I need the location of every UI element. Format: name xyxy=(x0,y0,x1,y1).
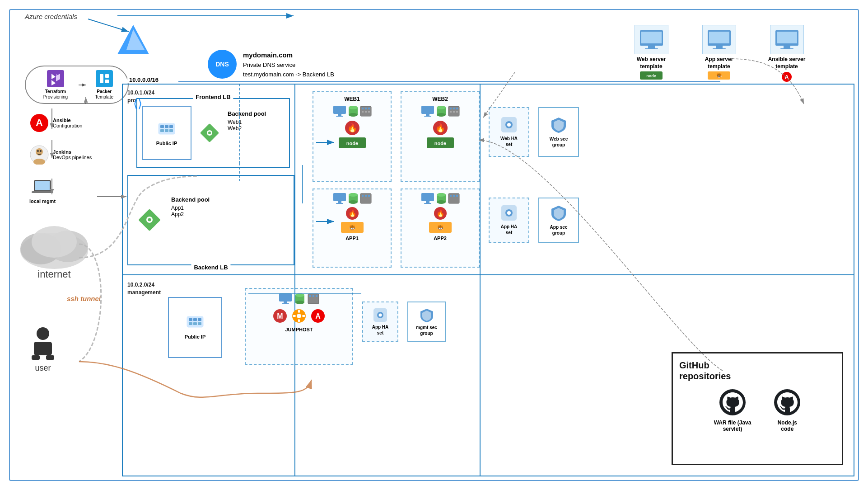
web-server-template: Web servertemplate node xyxy=(624,25,678,80)
web1-server-group: WEB1 xyxy=(313,91,392,182)
terraform-tool: Terraform Provisioning xyxy=(33,70,79,100)
app1-monitor-icon xyxy=(333,193,346,204)
cloud-icon xyxy=(14,217,95,271)
svg-rect-13 xyxy=(105,74,109,78)
mgmt-sec-group-icon xyxy=(419,307,434,323)
svg-rect-88 xyxy=(336,203,343,204)
frontend-lb-box: Frontend LB Public IP xyxy=(136,98,290,168)
svg-rect-163 xyxy=(777,32,797,43)
jumphost-db-icon xyxy=(295,292,305,305)
svg-rect-65 xyxy=(421,106,434,114)
svg-rect-110 xyxy=(453,195,455,197)
web1-server-icons xyxy=(333,105,372,118)
svg-text:A: A xyxy=(315,312,321,320)
svg-rect-103 xyxy=(424,203,431,204)
jumphost-icons xyxy=(279,292,319,305)
svg-rect-135 xyxy=(313,295,314,297)
app2-db-icon xyxy=(436,192,446,205)
dns-circle: DNS xyxy=(208,50,237,79)
dns-block: DNS mydomain.com Private DNS service tes… xyxy=(208,50,334,80)
svg-rect-37 xyxy=(169,125,173,128)
load-balancer-icon xyxy=(158,120,176,138)
jumphost-ha-label: App HAset xyxy=(372,324,389,336)
ansible-label: Ansible Configuration xyxy=(53,118,82,128)
svg-text:🔥: 🔥 xyxy=(436,209,444,217)
ssh-tunnel-label: ssh tunnel xyxy=(67,294,101,304)
svg-rect-164 xyxy=(784,46,790,48)
svg-text:A: A xyxy=(784,74,789,80)
app-server-template-label: App servertemplate xyxy=(705,56,733,70)
mgmt-lb-icon xyxy=(186,316,204,331)
web2-label: WEB2 xyxy=(432,96,448,102)
backend-lb-title: Backend LB xyxy=(191,264,230,271)
svg-point-71 xyxy=(437,106,446,109)
jumphost-group: M A JUMPHOST xyxy=(245,288,353,365)
app1-tomcat-icon: 🔥 xyxy=(345,207,359,220)
web-sec-group-icon xyxy=(550,116,567,133)
svg-rect-121 xyxy=(193,318,197,321)
svg-rect-111 xyxy=(456,195,458,197)
svg-rect-141 xyxy=(298,310,300,313)
nodejs-repo: Node.jscode xyxy=(774,389,801,432)
ansible-template-icon xyxy=(775,29,799,50)
svg-rect-86 xyxy=(333,193,346,201)
github-title: GitHubrepositories xyxy=(679,360,835,382)
jumphost-monitor-icon xyxy=(279,293,292,305)
laptop-icon xyxy=(32,179,53,197)
app2-server-group: 🔥 🐯 APP2 xyxy=(401,188,480,268)
web1-label: WEB1 xyxy=(344,96,360,102)
svg-rect-119 xyxy=(187,316,203,327)
web2-db-icon xyxy=(436,105,446,118)
jumphost-router-icon xyxy=(308,293,319,304)
web2-tomcat-icon: 🔥 xyxy=(433,120,448,136)
svg-rect-142 xyxy=(298,319,300,322)
svg-rect-14 xyxy=(105,80,109,83)
svg-point-29 xyxy=(37,327,49,340)
azure-logo-icon xyxy=(115,23,151,59)
svg-rect-56 xyxy=(365,108,367,109)
svg-rect-76 xyxy=(450,111,452,113)
svg-point-46 xyxy=(148,218,151,221)
user-area: user xyxy=(29,325,56,373)
svg-text:A: A xyxy=(36,117,43,128)
app2-tomcat-icon: 🔥 xyxy=(434,207,447,220)
jenkins-icon xyxy=(29,145,49,165)
app-server-template: App servertemplate 🐯 xyxy=(692,25,746,80)
svg-rect-144 xyxy=(302,315,305,317)
svg-rect-59 xyxy=(365,111,367,113)
app2-monitor-icon xyxy=(421,193,434,204)
svg-rect-77 xyxy=(453,111,455,113)
terraform-icon xyxy=(47,70,64,87)
packer-icon xyxy=(96,70,113,87)
web-template-nodejs-icon: node xyxy=(640,71,663,80)
svg-rect-30 xyxy=(34,342,52,355)
jumphost-maven-icon: M xyxy=(273,309,287,323)
svg-rect-39 xyxy=(165,129,168,132)
svg-text:🐯: 🐯 xyxy=(349,225,355,231)
local-mgmt: local mgmt xyxy=(29,179,56,204)
ansible-server-template-label: Ansible servertemplate xyxy=(768,56,806,70)
app1-tiger-icon: 🐯 xyxy=(341,222,364,233)
svg-point-149 xyxy=(379,314,382,317)
svg-rect-24 xyxy=(32,191,53,193)
svg-rect-35 xyxy=(160,125,164,128)
jumphost-label: JUMPHOST xyxy=(285,327,313,332)
app1-label: APP1 xyxy=(345,236,359,241)
web2-nodejs-icon: node xyxy=(427,137,454,148)
github-logo-2 xyxy=(774,389,801,416)
svg-point-118 xyxy=(507,211,511,215)
terraform-label: Terraform Provisioning xyxy=(33,89,79,100)
jumphost-ha-icon xyxy=(373,308,387,322)
ansible-tool: A Ansible Configuration xyxy=(29,113,82,133)
jenkins-tool: Jenkins DevOps pipelines xyxy=(29,145,92,165)
web1-tomcat-icon: 🔥 xyxy=(345,120,360,136)
svg-text:node: node xyxy=(434,141,446,146)
jenkins-label: Jenkins DevOps pipelines xyxy=(53,149,92,160)
local-mgmt-label: local mgmt xyxy=(29,198,56,204)
svg-rect-4 xyxy=(47,70,64,87)
ansible-icon: A xyxy=(29,113,49,133)
svg-rect-151 xyxy=(641,32,662,43)
svg-rect-101 xyxy=(421,193,434,201)
packer-label: Packer Template xyxy=(87,89,121,100)
svg-point-28 xyxy=(32,226,77,258)
